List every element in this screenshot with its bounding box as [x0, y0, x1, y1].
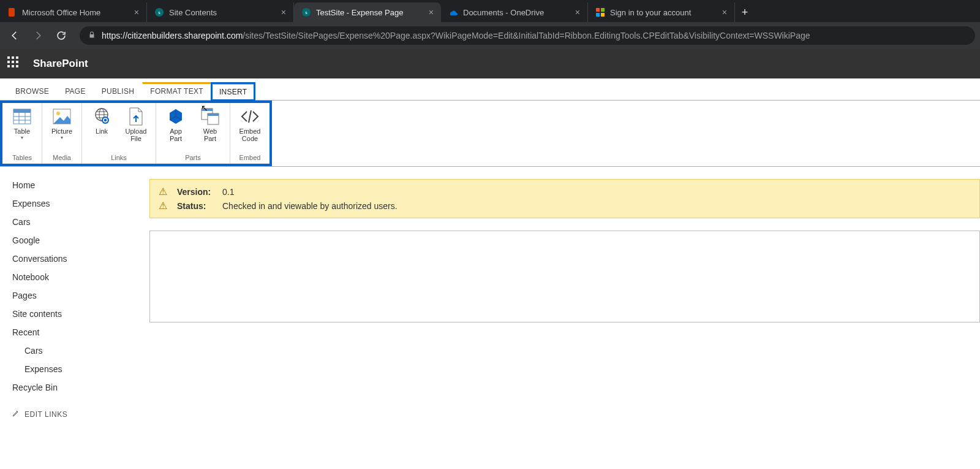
nav-link-pages[interactable]: Pages: [12, 291, 130, 300]
nav-link-recent-cars[interactable]: Cars: [12, 346, 130, 356]
ribbon-group-tables: Table ▾ Tables: [2, 103, 42, 164]
nav-link-google[interactable]: Google: [12, 235, 130, 245]
browser-tab-active[interactable]: s TestSite - Expense Page ×: [294, 2, 441, 22]
suite-header: SharePoint: [0, 49, 980, 78]
svg-text:s: s: [305, 9, 307, 15]
ribbon-tab-page[interactable]: PAGE: [57, 82, 94, 100]
close-icon[interactable]: ×: [429, 7, 434, 17]
browser-tab-title: Microsoft Office Home: [22, 8, 127, 17]
web-part-button[interactable]: Web Part: [194, 105, 226, 142]
wiki-edit-area[interactable]: [149, 231, 980, 322]
nav-link-conversations[interactable]: Conversations: [12, 254, 130, 264]
browser-tab-title: Sign in to your account: [610, 8, 715, 17]
nav-link-notebook[interactable]: Notebook: [12, 272, 130, 282]
globe-link-icon: [92, 107, 111, 126]
lock-icon: [88, 31, 96, 40]
embed-code-button[interactable]: Embed Code: [234, 105, 266, 142]
svg-point-22: [102, 116, 109, 124]
browser-tab[interactable]: Microsoft Office Home ×: [0, 2, 147, 22]
status-row: ⚠ Status: Checked in and viewable by aut…: [159, 199, 971, 213]
nav-link-recent[interactable]: Recent: [12, 327, 130, 337]
browser-tabstrip: Microsoft Office Home × s Site Contents …: [0, 0, 980, 22]
ribbon-tabstrip: BROWSE PAGE PUBLISH FORMAT TEXT INSERT: [0, 78, 980, 101]
url-text: https://citizenbuilders.sharepoint.com/s…: [102, 31, 810, 40]
forward-button[interactable]: [28, 26, 48, 45]
nav-link-recent-expenses[interactable]: Expenses: [12, 364, 130, 374]
nav-link-expenses[interactable]: Expenses: [12, 199, 130, 208]
browser-tab-title: TestSite - Expense Page: [316, 8, 421, 17]
nav-link-cars[interactable]: Cars: [12, 217, 130, 227]
chevron-down-icon: ▾: [21, 135, 23, 140]
left-nav: Home Expenses Cars Google Conversations …: [0, 167, 135, 424]
warning-icon: ⚠: [159, 186, 170, 197]
ribbon-highlight-box: Table ▾ Tables Picture ▾ Media: [0, 101, 272, 166]
browser-tab-title: Site Contents: [169, 8, 274, 17]
close-icon[interactable]: ×: [281, 7, 286, 17]
page-body: Home Expenses Cars Google Conversations …: [0, 167, 980, 424]
page-status-bar: ⚠ Version: 0.1 ⚠ Status: Checked in and …: [149, 179, 980, 218]
embed-code-icon: [240, 107, 260, 126]
app-part-button[interactable]: App Part: [160, 105, 192, 142]
edit-links-button[interactable]: EDIT LINKS: [12, 410, 130, 419]
table-icon: [12, 107, 32, 126]
svg-rect-24: [202, 109, 213, 111]
nav-link-site-contents[interactable]: Site contents: [12, 309, 130, 319]
browser-toolbar: https://citizenbuilders.sharepoint.com/s…: [0, 22, 980, 49]
svg-rect-5: [596, 8, 600, 12]
upload-file-button[interactable]: Upload File: [120, 105, 152, 142]
svg-rect-0: [9, 8, 15, 17]
sharepoint-icon: s: [301, 7, 311, 17]
close-icon[interactable]: ×: [134, 7, 139, 17]
svg-point-16: [56, 112, 60, 115]
close-icon[interactable]: ×: [575, 7, 580, 17]
browser-tab[interactable]: Documents - OneDrive ×: [441, 2, 588, 22]
warning-icon: ⚠: [159, 200, 170, 212]
svg-rect-10: [13, 109, 31, 113]
status-row: ⚠ Version: 0.1: [159, 185, 971, 199]
ribbon-body: Table ▾ Tables Picture ▾ Media: [0, 101, 980, 167]
svg-text:s: s: [158, 9, 160, 15]
browser-chrome: Microsoft Office Home × s Site Contents …: [0, 0, 980, 49]
address-bar[interactable]: https://citizenbuilders.sharepoint.com/s…: [80, 26, 975, 45]
main-content: ⚠ Version: 0.1 ⚠ Status: Checked in and …: [135, 167, 980, 424]
sharepoint-icon: s: [154, 7, 164, 17]
nav-link-home[interactable]: Home: [12, 180, 130, 190]
web-part-icon: [200, 107, 220, 126]
ribbon-tab-format-text[interactable]: FORMAT TEXT: [142, 82, 211, 100]
close-icon[interactable]: ×: [722, 7, 727, 17]
ribbon-group-links: Link Upload File Links: [82, 103, 156, 164]
reload-button[interactable]: [51, 26, 71, 45]
svg-rect-26: [208, 113, 219, 116]
svg-rect-8: [601, 13, 605, 17]
ribbon-group-media: Picture ▾ Media: [42, 103, 82, 164]
link-button[interactable]: Link: [86, 105, 118, 135]
browser-tab-title: Documents - OneDrive: [463, 8, 568, 17]
microsoft-icon: [595, 7, 605, 17]
new-tab-button[interactable]: +: [735, 2, 755, 22]
ribbon-tab-publish[interactable]: PUBLISH: [94, 82, 142, 100]
onedrive-icon: [448, 7, 458, 17]
app-launcher-icon[interactable]: [7, 56, 22, 71]
svg-rect-7: [596, 13, 600, 17]
upload-file-icon: [126, 107, 146, 126]
picture-icon: [52, 107, 72, 126]
ribbon-tab-browse[interactable]: BROWSE: [7, 82, 57, 100]
pencil-icon: [12, 410, 20, 419]
ribbon-group-embed: Embed Code Embed: [230, 103, 270, 164]
office-icon: [7, 7, 17, 17]
back-button[interactable]: [5, 26, 24, 45]
app-part-icon: [166, 107, 186, 126]
ribbon-group-parts: App Part Web Part Parts: [156, 103, 230, 164]
browser-tab[interactable]: s Site Contents ×: [147, 2, 294, 22]
nav-link-recycle-bin[interactable]: Recycle Bin: [12, 383, 130, 392]
table-button[interactable]: Table ▾: [6, 105, 38, 140]
suite-title: SharePoint: [33, 58, 88, 70]
browser-tab[interactable]: Sign in to your account ×: [588, 2, 735, 22]
picture-button[interactable]: Picture ▾: [46, 105, 78, 140]
chevron-down-icon: ▾: [61, 135, 63, 140]
ribbon-tab-insert[interactable]: INSERT: [211, 83, 255, 101]
svg-rect-6: [601, 8, 605, 12]
